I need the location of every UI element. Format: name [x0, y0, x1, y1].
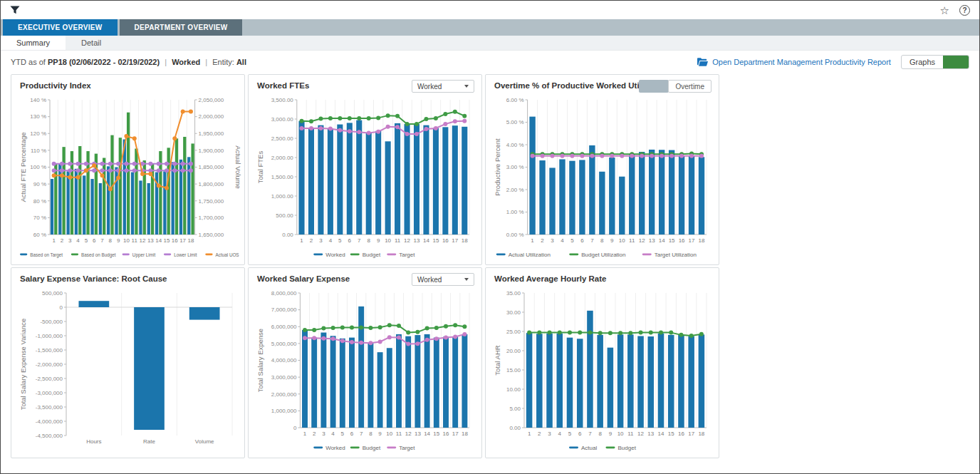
svg-text:Based on Target: Based on Target: [30, 252, 63, 258]
svg-text:13: 13: [147, 237, 154, 244]
svg-text:12: 12: [405, 431, 412, 437]
svg-text:10: 10: [386, 431, 392, 437]
filter-icon[interactable]: [10, 6, 20, 14]
svg-text:1.00 %: 1.00 %: [506, 209, 524, 215]
svg-text:0.00: 0.00: [282, 232, 293, 238]
overtime-utilization-chart: 0.00 %1.00 %2.00 %3.00 %4.00 %5.00 %6.00…: [493, 94, 712, 261]
svg-text:1,700,000: 1,700,000: [199, 215, 224, 221]
svg-text:17: 17: [179, 237, 186, 244]
subtab-detail[interactable]: Detail: [66, 36, 117, 50]
svg-text:10: 10: [619, 237, 625, 244]
svg-text:Target: Target: [399, 252, 415, 258]
help-icon[interactable]: ?: [959, 5, 970, 16]
svg-text:2.00 %: 2.00 %: [506, 187, 524, 193]
salary-variance-chart: -4,500,000-4,000,000-3,500,000-3,000,000…: [19, 287, 238, 454]
graphs-toggle[interactable]: Graphs: [901, 55, 969, 69]
svg-text:0: 0: [60, 304, 63, 311]
svg-text:2: 2: [313, 431, 316, 437]
subtab-summary[interactable]: Summary: [1, 36, 66, 50]
svg-text:-4,000,000: -4,000,000: [36, 418, 63, 425]
svg-text:5: 5: [568, 431, 572, 437]
svg-text:6: 6: [350, 431, 354, 437]
svg-text:18: 18: [462, 237, 468, 244]
salary-expense-type-dropdown[interactable]: Worked: [412, 273, 474, 286]
panel-overtime-utilization: Overtime % of Productive Worked Utilizat…: [485, 74, 719, 265]
svg-text:7: 7: [100, 237, 104, 244]
svg-text:8: 8: [598, 431, 602, 437]
status-row: YTD as of PP18 (02/06/2022 - 02/19/2022)…: [1, 51, 979, 73]
svg-text:Target: Target: [399, 445, 415, 451]
svg-text:8: 8: [600, 237, 604, 244]
svg-text:1,850,000: 1,850,000: [199, 164, 224, 170]
panel-average-hourly-rate: Worked Average Hourly Rate 0.005.0010.00…: [485, 267, 719, 458]
svg-text:20.00: 20.00: [506, 348, 521, 354]
svg-text:25.00: 25.00: [506, 329, 521, 335]
svg-text:60 %: 60 %: [33, 232, 46, 238]
chart-title: Productivity Index: [20, 81, 244, 90]
svg-text:17: 17: [452, 237, 458, 244]
open-report-link[interactable]: Open Department Management Productivity …: [697, 58, 891, 66]
svg-text:2: 2: [61, 237, 64, 244]
svg-text:500,000: 500,000: [42, 290, 63, 297]
svg-text:Worked: Worked: [325, 445, 345, 451]
svg-text:5.00 %: 5.00 %: [506, 119, 524, 125]
svg-text:Lower Limit: Lower Limit: [174, 252, 197, 257]
svg-text:18: 18: [187, 237, 194, 244]
svg-text:16: 16: [443, 431, 449, 437]
svg-text:9: 9: [377, 237, 380, 244]
svg-text:6: 6: [580, 237, 584, 244]
svg-text:17: 17: [452, 431, 459, 437]
pay-period: PP18 (02/06/2022 - 02/19/2022): [48, 58, 160, 66]
svg-text:11: 11: [132, 237, 138, 244]
svg-text:2: 2: [538, 431, 541, 437]
svg-text:18: 18: [699, 237, 705, 244]
worked-ftes-chart: 0.00500.001,000.001,500.002,000.002,500.…: [256, 94, 475, 261]
top-toolbar: ☆ ?: [1, 1, 979, 19]
panel-productivity-index: Productivity Index 60 %70 %80 %90 %100 %…: [11, 74, 245, 265]
svg-text:4: 4: [558, 431, 562, 437]
svg-text:6: 6: [93, 237, 96, 244]
svg-text:7: 7: [590, 237, 594, 244]
svg-text:Budget: Budget: [363, 252, 381, 258]
svg-text:3: 3: [551, 237, 554, 244]
svg-text:16: 16: [679, 237, 685, 244]
sub-tabstrip: Summary Detail: [1, 36, 979, 51]
svg-text:4.00 %: 4.00 %: [506, 142, 524, 148]
tab-executive-overview[interactable]: EXECUTIVE OVERVIEW: [3, 19, 118, 36]
svg-text:7: 7: [358, 237, 361, 244]
favorite-icon[interactable]: ☆: [940, 5, 949, 16]
svg-text:6.00 %: 6.00 %: [506, 97, 524, 103]
svg-text:15: 15: [433, 431, 439, 437]
svg-text:7: 7: [588, 431, 592, 437]
svg-text:Actual: Actual: [581, 445, 597, 451]
svg-text:17: 17: [688, 431, 694, 437]
worked-ftes-type-dropdown[interactable]: Worked: [412, 80, 474, 93]
chevron-down-icon: [464, 278, 469, 281]
svg-text:Actual Volume: Actual Volume: [234, 145, 242, 189]
svg-text:Worked: Worked: [325, 252, 345, 258]
svg-text:0: 0: [293, 425, 297, 431]
overtime-toggle[interactable]: Overtime: [639, 80, 711, 93]
svg-text:2,500.00: 2,500.00: [271, 135, 294, 142]
svg-text:100 %: 100 %: [30, 164, 46, 170]
svg-text:Volume: Volume: [195, 438, 214, 445]
svg-text:Based on Budget: Based on Budget: [81, 252, 116, 258]
svg-text:5: 5: [85, 237, 88, 244]
svg-text:-3,000,000: -3,000,000: [36, 390, 63, 396]
svg-text:9: 9: [117, 237, 120, 244]
svg-text:6: 6: [348, 237, 352, 244]
svg-text:14: 14: [658, 431, 664, 437]
svg-text:11: 11: [396, 431, 402, 437]
svg-text:13: 13: [647, 431, 654, 437]
svg-text:13: 13: [414, 237, 420, 244]
graphs-toggle-knob: [943, 56, 969, 68]
svg-text:5.00: 5.00: [509, 406, 521, 412]
svg-text:7,000,000: 7,000,000: [271, 306, 297, 313]
tab-department-overview[interactable]: DEPARTMENT OVERVIEW: [120, 19, 243, 36]
svg-text:14: 14: [155, 237, 162, 244]
svg-text:Budget Utilization: Budget Utilization: [581, 252, 625, 258]
svg-text:Total Salary Expense: Total Salary Expense: [256, 329, 264, 392]
svg-text:500.00: 500.00: [276, 212, 293, 219]
average-hourly-rate-chart: 0.005.0010.0015.0020.0025.0030.0035.00To…: [493, 287, 712, 454]
main-tabstrip: EXECUTIVE OVERVIEW DEPARTMENT OVERVIEW: [1, 19, 979, 36]
